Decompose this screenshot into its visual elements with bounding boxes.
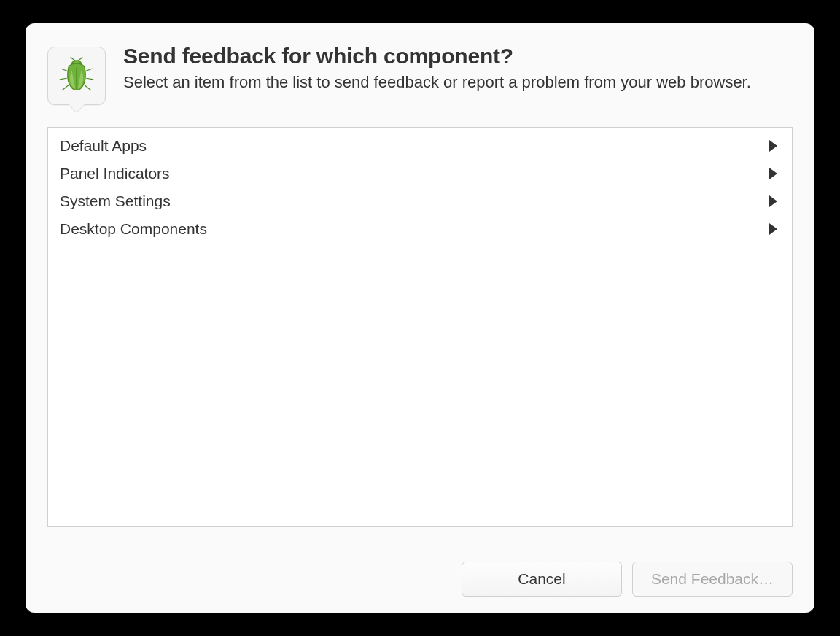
svg-line-3 — [61, 69, 68, 71]
chevron-right-icon — [769, 195, 777, 207]
chevron-right-icon — [769, 223, 777, 235]
header-text: Send feedback for which component? Selec… — [123, 44, 793, 93]
dialog-title: Send feedback for which component? — [123, 44, 793, 69]
feedback-dialog: Send feedback for which component? Selec… — [26, 23, 814, 613]
list-item-label: System Settings — [60, 193, 171, 210]
list-item-label: Default Apps — [60, 137, 147, 155]
chevron-right-icon — [769, 168, 777, 179]
component-list[interactable]: Default Apps Panel Indicators System Set… — [47, 127, 793, 527]
list-item-panel-indicators[interactable]: Panel Indicators — [48, 160, 792, 187]
list-item-system-settings[interactable]: System Settings — [48, 187, 792, 215]
svg-line-6 — [85, 69, 92, 71]
list-item-label: Panel Indicators — [60, 165, 170, 182]
list-item-default-apps[interactable]: Default Apps — [48, 132, 792, 160]
bug-icon — [47, 47, 106, 105]
chevron-right-icon — [769, 140, 777, 152]
list-item-desktop-components[interactable]: Desktop Components — [48, 215, 792, 243]
dialog-subtitle: Select an item from the list to send fee… — [123, 71, 793, 93]
list-item-label: Desktop Components — [60, 220, 207, 238]
svg-line-5 — [63, 85, 69, 90]
svg-line-8 — [85, 85, 90, 90]
send-feedback-button[interactable]: Send Feedback… — [632, 562, 793, 597]
cancel-button[interactable]: Cancel — [462, 562, 622, 597]
dialog-header: Send feedback for which component? Selec… — [47, 44, 793, 105]
dialog-footer: Cancel Send Feedback… — [47, 562, 793, 597]
svg-line-4 — [60, 78, 66, 80]
svg-line-7 — [87, 78, 93, 80]
